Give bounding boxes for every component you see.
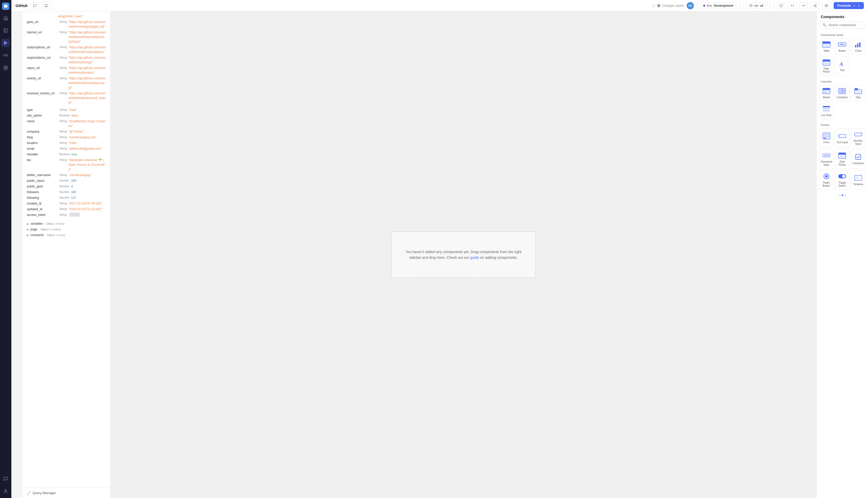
svg-rect-52 xyxy=(824,134,829,135)
guide-link[interactable]: guide xyxy=(470,255,479,260)
env-selector[interactable]: Env Development xyxy=(700,3,740,9)
svg-rect-6 xyxy=(45,4,48,6)
toggle-switch-icon xyxy=(838,173,847,180)
svg-rect-65 xyxy=(839,153,846,155)
modal-icon xyxy=(822,88,831,95)
app-logo[interactable] xyxy=(2,3,9,10)
right-panel: Components 🔍 Commonly Used Table Button xyxy=(816,11,868,498)
canvas-area[interactable]: You haven't added any components yet. Dr… xyxy=(111,11,816,498)
svg-rect-57 xyxy=(855,133,862,136)
component-password-input[interactable]: Password Input xyxy=(819,149,833,169)
header-preview-btn[interactable] xyxy=(42,2,50,9)
env-dropdown-icon xyxy=(735,4,737,7)
component-date-picker-form[interactable]: Date Picker xyxy=(835,149,850,169)
nav-icon-ui-builder[interactable] xyxy=(2,39,10,47)
component-modal[interactable]: Modal xyxy=(819,85,833,101)
tree-row-events-url: events_url String "https://api.github.co… xyxy=(23,76,110,91)
component-toggle-switch[interactable]: Toggle Switch xyxy=(835,170,850,190)
nav-icon-pages[interactable] xyxy=(2,26,10,35)
canvas-frame[interactable]: You haven't added any components yet. Dr… xyxy=(391,232,536,278)
tree-row-received-events-url: received_events_url String "https://api.… xyxy=(23,91,110,105)
number-input-icon xyxy=(854,131,863,138)
query-manager-label: Query Manager xyxy=(32,491,56,495)
nav-icon-settings[interactable] xyxy=(2,64,10,72)
query-manager[interactable]: Query Manager xyxy=(23,488,110,498)
section-commonly-used-label: Commonly Used xyxy=(817,32,868,39)
search-input[interactable] xyxy=(828,23,867,27)
svg-rect-28 xyxy=(859,42,860,47)
component-checkbox[interactable]: Checkbox xyxy=(851,149,865,169)
section-variables[interactable]: ▶ variables Object 0 entry xyxy=(23,221,110,226)
button-icon xyxy=(838,41,847,48)
version-selector[interactable]: ver v1 xyxy=(747,3,770,9)
component-chart[interactable]: Chart xyxy=(851,39,865,55)
tree-row-twitter: twitter_username String "camelcaseguyy" xyxy=(23,172,110,178)
component-form[interactable]: Form xyxy=(819,129,833,148)
section-forms-label: Forms xyxy=(817,122,868,129)
component-date-picker-common[interactable]: Date Picker xyxy=(819,56,833,76)
component-table[interactable]: Table xyxy=(819,39,833,55)
svg-rect-26 xyxy=(855,45,856,47)
svg-line-15 xyxy=(29,492,30,493)
tree-row-updated-at: updated_at String "2024-02-16T12:32:40Z" xyxy=(23,206,110,212)
svg-text:A: A xyxy=(839,61,843,67)
preview-toggle-btn[interactable] xyxy=(822,2,830,9)
svg-point-4 xyxy=(5,67,6,68)
user-avatar: SC xyxy=(687,2,694,9)
component-number-input[interactable]: Number Input xyxy=(851,129,865,148)
svg-rect-27 xyxy=(857,43,858,47)
component-container[interactable]: Container xyxy=(835,85,850,101)
svg-rect-21 xyxy=(823,42,830,43)
radio-button-icon xyxy=(822,173,831,180)
section-page[interactable]: ▶ page Object 4 entries xyxy=(23,226,110,232)
section-layouts-label: Layouts xyxy=(817,78,868,85)
tree-row-followers: followers Number 182 xyxy=(23,189,110,195)
access-token-masked xyxy=(69,212,80,217)
component-radio-button[interactable]: Radio Button xyxy=(819,170,833,190)
component-tabs[interactable]: Tabs xyxy=(851,85,865,101)
tabs-icon xyxy=(854,88,863,95)
svg-rect-42 xyxy=(839,88,842,94)
svg-point-32 xyxy=(824,63,825,64)
component-list-view[interactable]: List View xyxy=(819,103,833,119)
tree-row-company: company String "@ToolJet" xyxy=(23,129,110,134)
text-input-icon xyxy=(838,132,847,140)
component-text[interactable]: A Text xyxy=(835,56,850,76)
undo-btn[interactable] xyxy=(788,2,797,9)
tree-row-bio: bio String "Developer Advocate 🌱 | Open … xyxy=(23,157,110,172)
textarea-label: Textarea xyxy=(853,183,863,186)
component-textarea[interactable]: Textarea xyxy=(851,170,865,190)
changes-saved: Changes saved xyxy=(652,4,683,8)
nav-icon-chat[interactable] xyxy=(2,475,10,483)
toggle-switch-label: Toggle Switch xyxy=(837,181,849,187)
search-box[interactable]: 🔍 xyxy=(820,22,865,29)
nav-icon-home[interactable] xyxy=(2,14,10,22)
tree-row-following: following Number 117 xyxy=(23,195,110,201)
component-button[interactable]: Button xyxy=(835,39,850,55)
header-chat-btn[interactable] xyxy=(31,2,39,9)
tree-row-site-admin: site_admin Boolean false xyxy=(23,113,110,118)
left-nav xyxy=(0,0,11,498)
container-label: Container xyxy=(837,96,848,99)
component-text-input[interactable]: Text Input xyxy=(835,129,850,148)
svg-rect-47 xyxy=(858,89,861,90)
table-label: Table xyxy=(823,49,829,52)
svg-rect-49 xyxy=(823,108,830,109)
redo-btn[interactable] xyxy=(800,2,808,9)
form-label: Form xyxy=(823,141,829,144)
svg-point-23 xyxy=(840,44,841,45)
ver-label: ver xyxy=(754,4,758,8)
svg-rect-46 xyxy=(855,88,858,90)
refresh-btn[interactable] xyxy=(777,2,785,9)
svg-point-5 xyxy=(5,489,6,491)
share-btn[interactable] xyxy=(811,2,819,9)
nav-icon-plugins[interactable] xyxy=(2,51,10,60)
nav-icon-profile[interactable] xyxy=(2,487,10,495)
section-constants[interactable]: ▶ constants Object 0 entry xyxy=(23,232,110,238)
svg-point-9 xyxy=(816,4,817,5)
date-picker-form-icon xyxy=(838,152,847,159)
svg-point-33 xyxy=(826,63,827,64)
svg-point-24 xyxy=(842,44,843,45)
promote-button[interactable]: Promote xyxy=(833,2,864,9)
svg-rect-48 xyxy=(823,106,830,107)
